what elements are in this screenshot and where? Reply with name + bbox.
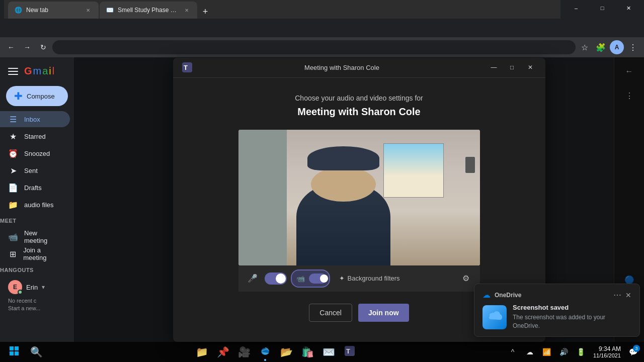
sidebar-label-starred: Starred <box>24 133 46 140</box>
hangouts-section-header: Hangouts <box>0 263 74 277</box>
hangout-avatar: E <box>8 280 22 294</box>
edge-icon <box>260 346 270 358</box>
sidebar-item-starred[interactable]: ★ Starred <box>0 128 70 144</box>
taskbar-app-edge[interactable] <box>255 342 275 362</box>
grid-icon: ⊞ <box>8 249 17 259</box>
tab-bar: 🌐 New tab ✕ ✉️ Smell Study Phase 1 - dup… <box>4 0 560 19</box>
onedrive-icon[interactable]: ☁ <box>523 345 537 359</box>
compose-label: Compose <box>27 93 55 100</box>
minimize-button[interactable]: – <box>565 0 588 16</box>
extensions-button[interactable]: 🧩 <box>594 40 608 54</box>
video-icon: 📹 <box>8 232 18 242</box>
meeting-name-heading: Meeting with Sharon Cole <box>297 106 420 118</box>
toggle-knob-camera <box>320 275 328 283</box>
hangout-username: Erin <box>26 284 38 291</box>
tab-close-2[interactable]: ✕ <box>182 6 191 15</box>
mail-icon: ✉️ <box>323 346 335 358</box>
wifi-icon[interactable]: 📶 <box>540 345 554 359</box>
taskbar-time: 9:34 AM <box>593 345 621 352</box>
window-controls: – □ ✕ <box>565 0 640 16</box>
background-filters-button[interactable]: ✦ Background filters <box>334 273 405 284</box>
search-icon-taskbar: 🔍 <box>30 346 43 358</box>
office-icon: 📌 <box>217 346 229 358</box>
start-button[interactable] <box>4 342 24 362</box>
taskbar-clock[interactable]: 9:34 AM 11/16/2021 <box>591 345 623 358</box>
action-buttons: Cancel Join now <box>309 304 409 322</box>
tab-favicon-2: ✉️ <box>106 6 114 14</box>
star-icon: ★ <box>8 132 18 141</box>
search-button-taskbar[interactable]: 🔍 <box>26 342 46 362</box>
online-status <box>18 290 23 295</box>
taskbar-app-store[interactable]: 🛍️ <box>297 342 317 362</box>
toast-close-button[interactable]: ✕ <box>625 291 631 299</box>
taskbar-app-explorer[interactable]: 📁 <box>192 342 212 362</box>
taskbar-app-files[interactable]: 📂 <box>276 342 296 362</box>
toast-image <box>482 305 507 329</box>
teams-maximize-button[interactable]: □ <box>505 60 519 74</box>
teams-close-button[interactable]: ✕ <box>523 60 537 74</box>
sidebar-item-drafts[interactable]: 📄 Drafts <box>0 179 70 196</box>
svg-text:T: T <box>184 64 188 71</box>
tab-close-1[interactable]: ✕ <box>84 6 93 15</box>
folder-icon: 📁 <box>8 200 18 210</box>
hamburger-menu[interactable] <box>8 66 18 76</box>
sidebar-item-snoozed[interactable]: ⏰ Snoozed <box>0 145 70 161</box>
camera-toggle[interactable] <box>309 274 327 284</box>
notification-badge[interactable]: 💬 3 <box>626 345 640 359</box>
menu-button[interactable]: ⋮ <box>626 40 640 54</box>
refresh-button[interactable]: ↻ <box>36 40 50 54</box>
sidebar-label-join-meeting: Join a meeting <box>23 246 62 261</box>
taskbar: 🔍 📁 📌 🎥 📂 🛍️ ✉️ <box>0 342 644 362</box>
sidebar-item-audio-files[interactable]: 📁 audio files <box>0 197 70 213</box>
nav-actions: ☆ 🧩 A ⋮ <box>578 40 640 54</box>
sidebar-header: Gmail <box>0 61 74 81</box>
address-bar[interactable] <box>52 40 576 54</box>
sidebar-item-join-meeting[interactable]: ⊞ Join a meeting <box>0 246 70 262</box>
bookmark-button[interactable]: ☆ <box>578 40 592 54</box>
browser-chrome: 🌐 New tab ✕ ✉️ Smell Study Phase 1 - dup… <box>0 0 644 37</box>
teams-minimize-button[interactable]: — <box>487 60 501 74</box>
toast-body: Screenshot saved The screenshot was adde… <box>482 304 631 330</box>
toggle-knob-mic <box>276 274 286 284</box>
close-button[interactable]: ✕ <box>617 0 640 16</box>
taskbar-app-teams-meet[interactable]: 🎥 <box>234 342 254 362</box>
profile-button[interactable]: A <box>610 40 624 54</box>
back-button[interactable]: ← <box>4 40 18 54</box>
microphone-button[interactable]: 🎤 <box>245 270 261 287</box>
bg-filters-icon: ✦ <box>339 275 345 282</box>
forward-button[interactable]: → <box>20 40 34 54</box>
video-preview <box>238 130 480 265</box>
tab-new-tab[interactable]: 🌐 New tab ✕ <box>8 2 99 19</box>
video-person <box>275 150 420 265</box>
profile-avatar[interactable]: A <box>610 40 624 54</box>
teams-title-bar: T Meeting with Sharon Cole — □ ✕ <box>173 58 545 78</box>
audio-video-settings-button[interactable]: ⚙ <box>458 270 474 287</box>
camera-icon[interactable]: 📹 <box>294 272 308 286</box>
sidebar-item-sent[interactable]: ➤ Sent <box>0 162 70 178</box>
toast-menu-button[interactable]: ⋯ <box>613 290 621 300</box>
sidebar-item-new-meeting[interactable]: 📹 New meeting <box>0 229 70 245</box>
battery-icon[interactable]: 🔋 <box>574 345 588 359</box>
teams-logo: T <box>181 61 193 73</box>
show-hidden-icons[interactable]: ^ <box>506 345 520 359</box>
title-bar: 🌐 New tab ✕ ✉️ Smell Study Phase 1 - dup… <box>0 0 644 16</box>
toast-description: The screenshot was added to your OneDriv… <box>513 313 631 330</box>
new-tab-button[interactable]: + <box>198 5 212 19</box>
hangout-user-erin[interactable]: E Erin ▾ <box>0 278 74 296</box>
sound-icon[interactable]: 🔊 <box>557 345 571 359</box>
toast-text: Screenshot saved The screenshot was adde… <box>513 304 631 330</box>
camera-group: 📹 <box>291 269 330 288</box>
taskbar-app-office[interactable]: 📌 <box>213 342 233 362</box>
taskbar-app-mail[interactable]: ✉️ <box>318 342 339 362</box>
tab-gmail[interactable]: ✉️ Smell Study Phase 1 - duplicitya... ✕ <box>100 2 197 19</box>
cancel-button[interactable]: Cancel <box>309 304 352 322</box>
compose-button[interactable]: ✚ Compose <box>6 86 68 106</box>
maximize-button[interactable]: □ <box>591 0 614 16</box>
video-controls-bar: 🎤 📹 ✦ B <box>238 265 480 292</box>
sidebar-item-inbox[interactable]: ☰ Inbox <box>0 111 70 127</box>
teams-window-title: Meeting with Sharon Cole <box>197 64 487 71</box>
taskbar-app-teams[interactable]: T <box>340 342 360 362</box>
person-head <box>311 167 376 202</box>
microphone-toggle[interactable] <box>265 273 287 285</box>
join-now-button[interactable]: Join now <box>358 304 409 322</box>
